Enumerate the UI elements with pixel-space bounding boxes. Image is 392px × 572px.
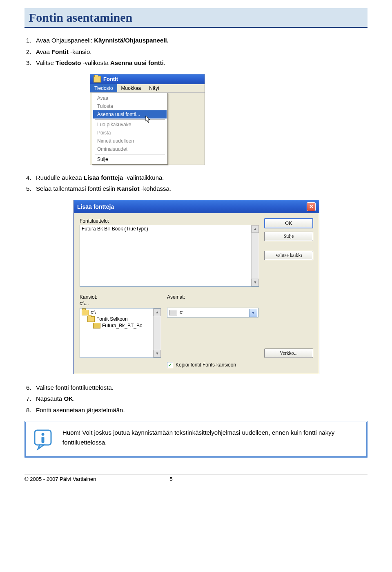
ok-button[interactable]: OK — [264, 218, 313, 228]
menu-item-avaa[interactable]: Avaa — [93, 94, 167, 102]
menu-nayta[interactable]: Näyt — [145, 84, 163, 92]
scroll-up-icon[interactable]: ▲ — [252, 225, 259, 233]
page-title-bar: Fontin asentaminen — [24, 8, 368, 28]
instruction-block-1: 1.Avaa Ohjauspaneeli: Käynnistä/Ohjauspa… — [24, 35, 368, 68]
info-text: Huom! Voit joskus joutua käynnistämään t… — [62, 428, 360, 447]
info-callout: Huom! Voit joskus joutua käynnistämään t… — [24, 421, 368, 458]
tiedosto-dropdown: Avaa Tulosta Asenna uusi fontti... Luo p… — [92, 93, 168, 165]
scroll-down-icon[interactable]: ▼ — [252, 279, 259, 286]
info-icon — [32, 428, 55, 451]
instruction-block-3: 6.Valitse fontti fonttiluettelosta. 7.Na… — [24, 382, 368, 416]
menu-item-poista[interactable]: Poista — [93, 129, 167, 137]
menu-tiedosto[interactable]: Tiedosto — [90, 84, 117, 92]
copy-fonts-checkbox[interactable]: ✓ — [167, 362, 173, 368]
screenshot-fontit-window: Fontit Tiedosto Muokkaa Näyt Avaa Tulost… — [90, 74, 205, 165]
step-4: 4.Ruudulle aukeaa Lisää fontteja -valint… — [26, 172, 368, 183]
step-1: 1.Avaa Ohjauspaneeli: Käynnistä/Ohjauspa… — [26, 35, 368, 46]
menu-item-luo-pikakuvake[interactable]: Luo pikakuvake — [93, 121, 167, 129]
drives-label: Asemat: — [167, 294, 258, 300]
folder-open-icon — [82, 310, 89, 315]
menu-separator — [95, 119, 165, 120]
step-5: 5.Selaa tallentamasi fontti esiin Kansio… — [26, 183, 368, 194]
svg-rect-2 — [42, 437, 45, 443]
window-titlebar: Fontit — [90, 74, 205, 84]
footer-page-number: 5 — [170, 476, 173, 482]
window-title-text: Fontit — [103, 76, 118, 82]
svg-point-1 — [42, 433, 45, 436]
close-button[interactable]: ✕ — [307, 202, 316, 211]
menu-item-ominaisuudet[interactable]: Ominaisuudet — [93, 145, 167, 153]
folder-icon — [94, 76, 101, 83]
chevron-down-icon[interactable]: ▼ — [249, 309, 257, 317]
screenshot-lisaa-fontteja-dialog: Lisää fontteja ✕ Fonttiluettelo: Futura … — [74, 200, 319, 374]
drive-selected: c: — [180, 310, 183, 315]
step-8: 8.Fontti asennetaan järjestelmään. — [26, 405, 368, 416]
copy-fonts-label: Kopioi fontit Fonts-kansioon — [176, 362, 236, 368]
sulje-button[interactable]: Sulje — [264, 232, 313, 241]
dialog-titlebar: Lisää fontteja ✕ — [74, 200, 319, 213]
drives-dropdown[interactable]: c: ▼ — [167, 308, 258, 317]
scroll-up-icon[interactable]: ▲ — [154, 308, 161, 316]
menu-item-sulje[interactable]: Sulje — [93, 155, 167, 163]
menu-muokkaa[interactable]: Muokkaa — [117, 84, 145, 92]
valitse-kaikki-button[interactable]: Valitse kaikki — [264, 251, 313, 260]
step-7: 7.Napsauta OK. — [26, 393, 368, 404]
verkko-button[interactable]: Verkko... — [264, 349, 313, 358]
page-title: Fontin asentaminen — [29, 11, 363, 25]
scrollbar[interactable]: ▲ ▼ — [251, 225, 259, 286]
step-3: 3.Valitse Tiedosto -valikosta Asenna uus… — [26, 58, 368, 68]
scrollbar[interactable]: ▲ ▼ — [153, 308, 161, 358]
instruction-block-2: 4.Ruudulle aukeaa Lisää fontteja -valint… — [24, 172, 368, 194]
folder-item[interactable]: c:\ — [81, 309, 152, 316]
folders-label: Kansiot: — [80, 294, 161, 300]
fontlist-label: Fonttiluettelo: — [80, 218, 258, 224]
scroll-down-icon[interactable]: ▼ — [154, 350, 161, 358]
menu-separator — [95, 154, 165, 154]
folder-open-icon — [87, 316, 95, 322]
folder-closed-icon — [93, 323, 100, 328]
step-6: 6.Valitse fontti fonttiluettelosta. — [26, 382, 368, 393]
folders-path: c:\... — [80, 301, 161, 306]
drive-icon — [169, 310, 177, 315]
menu-item-tulosta[interactable]: Tulosta — [93, 102, 167, 110]
menubar: Tiedosto Muokkaa Näyt — [90, 84, 205, 93]
fontlist-item[interactable]: Futura Bk BT Book (TrueType) — [82, 226, 249, 232]
folder-tree[interactable]: c:\ Fontit Selkoon Futura_Bk_BT_Bo ▲ ▼ — [80, 308, 161, 358]
menu-item-nimea-uudelleen[interactable]: Nimeä uudelleen — [93, 137, 167, 145]
footer-copyright: © 2005 - 2007 Päivi Vartiainen — [24, 476, 96, 482]
dialog-title-text: Lisää fontteja — [77, 203, 114, 210]
fontlist-listbox[interactable]: Futura Bk BT Book (TrueType) ▲ ▼ — [80, 225, 259, 287]
folder-item[interactable]: Futura_Bk_BT_Bo — [81, 322, 152, 329]
step-2: 2.Avaa Fontit -kansio. — [26, 47, 368, 57]
menu-item-asenna-uusi-fontti[interactable]: Asenna uusi fontti... — [93, 110, 167, 118]
page-footer: © 2005 - 2007 Päivi Vartiainen 5 — [24, 474, 368, 482]
folder-item[interactable]: Fontit Selkoon — [81, 316, 152, 322]
